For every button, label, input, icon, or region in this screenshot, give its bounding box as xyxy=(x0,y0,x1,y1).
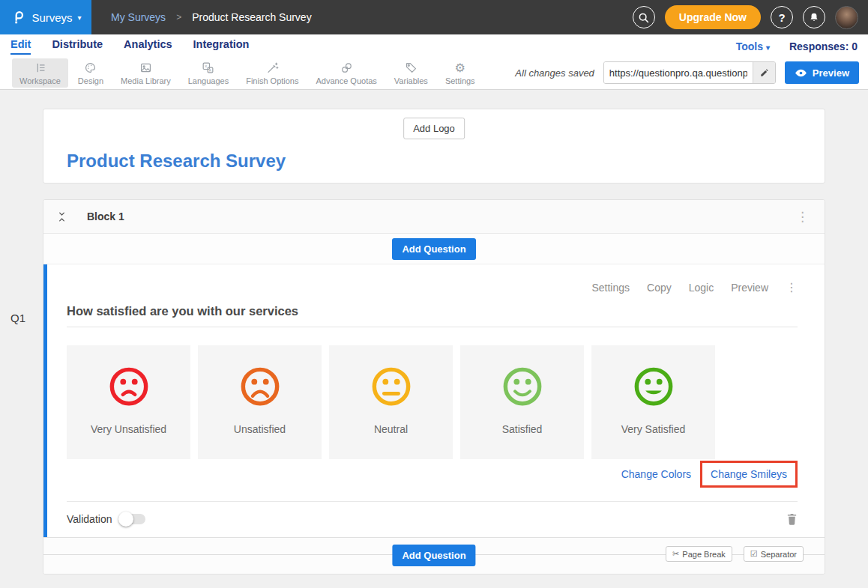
very-satisfied-smiley-icon xyxy=(632,365,675,408)
breadcrumb-my-surveys[interactable]: My Surveys xyxy=(111,11,166,23)
toolbar-item-settings[interactable]: ⚙ Settings xyxy=(438,58,483,88)
option-satisfied[interactable]: Satisfied xyxy=(460,345,584,459)
svg-text:x: x xyxy=(205,64,208,68)
option-label: Neutral xyxy=(374,423,408,435)
wand-icon xyxy=(265,61,280,75)
section-nav: Edit Distribute Analytics Integration To… xyxy=(0,34,868,56)
toggle-knob xyxy=(118,512,133,527)
workspace-icon xyxy=(33,61,47,75)
gear-icon: ⚙ xyxy=(455,61,465,75)
neutral-smiley-icon xyxy=(370,365,413,408)
question-card: Settings Copy Logic Preview ⋮ How satisf… xyxy=(43,264,825,537)
option-label: Very Satisfied xyxy=(621,423,686,435)
option-very-unsatisfied[interactable]: Very Unsatisfied xyxy=(67,345,190,459)
validation-label: Validation xyxy=(67,513,112,525)
tab-distribute[interactable]: Distribute xyxy=(52,38,103,55)
pencil-icon xyxy=(759,68,769,78)
option-neutral[interactable]: Neutral xyxy=(329,345,453,459)
smiley-options: Very Unsatisfied Unsatisfied xyxy=(67,345,798,459)
edit-url-button[interactable] xyxy=(753,62,775,83)
change-smileys-highlight-box: Change Smileys xyxy=(700,461,798,488)
question-menu-button[interactable]: ⋮ xyxy=(786,280,798,294)
upgrade-now-button[interactable]: Upgrade Now xyxy=(665,5,761,29)
scissors-icon: ✂ xyxy=(672,549,679,559)
question-copy-link[interactable]: Copy xyxy=(647,282,672,294)
translate-icon: xA xyxy=(201,61,215,75)
topbar-actions: Upgrade Now ? xyxy=(633,5,868,29)
footer-right-buttons: ✂ Page Break ☑ Separator xyxy=(666,546,804,562)
survey-header-card: Add Logo Product Research Survey xyxy=(43,109,825,184)
survey-url-box xyxy=(603,61,776,84)
responses-count[interactable]: Responses: 0 xyxy=(789,40,858,52)
nav-tabs: Edit Distribute Analytics Integration xyxy=(10,38,249,55)
toolbar-right: All changes saved Preview xyxy=(515,61,859,84)
survey-url-input[interactable] xyxy=(604,62,753,83)
satisfied-smiley-icon xyxy=(501,365,544,408)
editor-toolbar: Workspace Design Media Library xA Langua… xyxy=(0,56,868,90)
tab-edit[interactable]: Edit xyxy=(10,38,31,55)
toolbar-item-advance-quotas[interactable]: Advance Quotas xyxy=(308,58,384,88)
search-button[interactable] xyxy=(633,6,655,28)
notifications-button[interactable] xyxy=(803,6,825,28)
separator-button[interactable]: ☑ Separator xyxy=(744,546,804,562)
add-question-strip-top: Add Question xyxy=(43,234,825,264)
block-menu-button[interactable]: ⋮ xyxy=(792,209,813,225)
toolbar-item-media-library[interactable]: Media Library xyxy=(113,58,178,88)
questionpro-logo-icon xyxy=(10,8,26,26)
question-text[interactable]: How satisfied are you with our services xyxy=(67,304,298,318)
question-text-field[interactable]: How satisfied are you with our services xyxy=(67,304,798,327)
collapse-block-button[interactable] xyxy=(55,210,68,223)
image-icon xyxy=(139,61,153,75)
user-avatar[interactable] xyxy=(835,6,858,29)
search-icon xyxy=(637,11,650,24)
editor-page: Q1 Add Logo Product Research Survey Bloc… xyxy=(0,90,868,588)
breadcrumb-current-survey: Product Research Survey xyxy=(192,11,312,23)
survey-title[interactable]: Product Research Survey xyxy=(67,151,286,172)
option-unsatisfied[interactable]: Unsatisfied xyxy=(198,345,322,459)
toolbar-item-design[interactable]: Design xyxy=(70,58,111,88)
tab-integration[interactable]: Integration xyxy=(193,38,250,55)
add-question-button-bottom[interactable]: Add Question xyxy=(392,545,475,566)
question-settings-link[interactable]: Settings xyxy=(591,282,630,294)
toolbar-item-variables[interactable]: Variables xyxy=(387,58,435,88)
tab-analytics[interactable]: Analytics xyxy=(124,38,172,55)
block-title[interactable]: Block 1 xyxy=(87,210,124,222)
toolbar-item-workspace[interactable]: Workspace xyxy=(12,58,68,88)
question-number: Q1 xyxy=(10,312,25,324)
validation-toggle[interactable] xyxy=(120,514,145,524)
tools-menu[interactable]: Tools ▾ xyxy=(736,40,770,52)
add-question-button-top[interactable]: Add Question xyxy=(392,238,475,260)
survey-editor-screen: Surveys ▾ My Surveys > Product Research … xyxy=(0,0,868,588)
very-unsatisfied-smiley-icon xyxy=(107,365,151,408)
toolbar-items: Workspace Design Media Library xA Langua… xyxy=(12,58,483,88)
surveys-app-menu[interactable]: Surveys ▾ xyxy=(0,0,91,34)
collapse-icon xyxy=(55,210,68,223)
change-smileys-link[interactable]: Change Smileys xyxy=(711,468,787,480)
question-preview-link[interactable]: Preview xyxy=(731,282,768,294)
palette-icon xyxy=(83,61,97,75)
help-label: ? xyxy=(778,11,785,24)
change-colors-link[interactable]: Change Colors xyxy=(621,468,691,480)
option-label: Very Unsatisfied xyxy=(91,423,166,435)
toolbar-item-finish-options[interactable]: Finish Options xyxy=(238,58,306,88)
checkbox-icon: ☑ xyxy=(750,549,758,559)
block-card: Block 1 ⋮ Add Question Settings Copy Log… xyxy=(43,199,825,575)
validation-row: Validation xyxy=(67,501,798,537)
trash-icon xyxy=(786,512,798,526)
help-button[interactable]: ? xyxy=(771,6,793,28)
delete-question-button[interactable] xyxy=(786,512,798,526)
preview-button[interactable]: Preview xyxy=(785,61,859,84)
add-logo-button[interactable]: Add Logo xyxy=(403,118,465,139)
chevron-down-icon: ▾ xyxy=(766,43,770,52)
question-actions: Settings Copy Logic Preview ⋮ xyxy=(67,264,798,294)
page-break-button[interactable]: ✂ Page Break xyxy=(666,546,732,562)
block-header: Block 1 ⋮ xyxy=(43,200,825,234)
breadcrumb: My Surveys > Product Research Survey xyxy=(111,11,312,23)
nav-right: Tools ▾ Responses: 0 xyxy=(736,40,858,52)
smiley-customize-links: Change Colors Change Smileys xyxy=(67,461,798,488)
option-very-satisfied[interactable]: Very Satisfied xyxy=(591,345,715,459)
toolbar-item-languages[interactable]: xA Languages xyxy=(181,58,236,88)
topbar: Surveys ▾ My Surveys > Product Research … xyxy=(0,0,868,34)
unsatisfied-smiley-icon xyxy=(238,365,282,408)
question-logic-link[interactable]: Logic xyxy=(689,282,714,294)
